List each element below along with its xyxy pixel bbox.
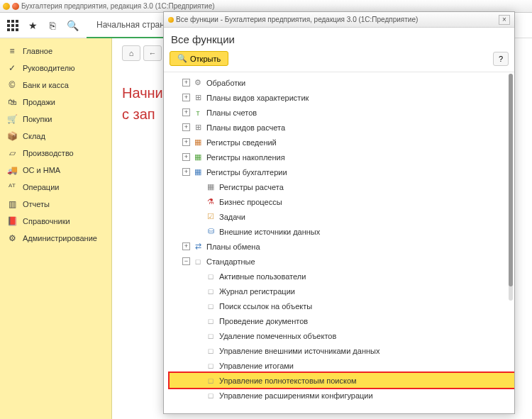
scrollbar[interactable] — [509, 74, 513, 301]
tree-expander[interactable]: + — [182, 242, 190, 250]
app-title: Бухгалтерия предприятия, редакция 3.0 (1… — [21, 2, 215, 10]
tree-item-label: Управление полнотекстовым поиском — [219, 376, 357, 385]
tree-row[interactable]: +⚙Обработки — [170, 75, 514, 90]
open-label: Открыть — [190, 55, 221, 63]
tree-item-icon: т — [193, 108, 203, 118]
tree-row[interactable]: +▦Регистры сведений — [170, 135, 514, 150]
tree-item-icon: ⚙ — [193, 78, 203, 88]
tree-item-label: Управление расширениями конфигурации — [219, 391, 373, 400]
sidebar-item-2[interactable]: ©Банк и касса — [0, 77, 111, 94]
tree-item-label: Задачи — [219, 213, 245, 221]
help-icon: ? — [499, 55, 503, 63]
tree-item-icon: ⛁ — [206, 227, 216, 237]
sidebar-item-1[interactable]: ✓Руководителю — [0, 60, 111, 77]
tree-expander[interactable]: + — [182, 123, 190, 131]
tree-expander[interactable]: + — [182, 108, 190, 116]
apps-grid-button[interactable] — [4, 17, 21, 34]
tree-item-icon: □ — [206, 272, 216, 281]
tree-row[interactable]: −□Стандартные — [170, 254, 514, 269]
sidebar: ≡Главное✓Руководителю©Банк и касса🛍Прода… — [0, 38, 112, 419]
tree-item-label: Внешние источники данных — [219, 228, 320, 236]
book-icon: 📕 — [7, 216, 17, 226]
favorites-button[interactable]: ★ — [24, 17, 41, 34]
sidebar-item-7[interactable]: 🚚ОС и НМА — [0, 162, 111, 179]
tree-expander[interactable]: + — [182, 168, 190, 176]
back-icon: ← — [149, 49, 157, 57]
tree-item-label: Регистры накопления — [206, 153, 285, 162]
tree-row[interactable]: □Управление итогами — [170, 358, 514, 373]
sidebar-item-label: Руководителю — [23, 64, 74, 72]
close-icon: × — [502, 16, 506, 23]
tree-row[interactable]: □Поиск ссылок на объекты — [170, 298, 514, 313]
tree-item-label: Регистры сведений — [206, 138, 277, 147]
tree-item-icon: □ — [206, 376, 216, 386]
tree-row[interactable]: ☑Задачи — [170, 209, 514, 224]
tree-row[interactable]: +▦Регистры бухгалтерии — [170, 164, 514, 179]
open-button[interactable]: 🔍 Открыть — [170, 51, 228, 66]
sidebar-item-9[interactable]: ▥Отчеты — [0, 196, 111, 213]
sidebar-item-label: Банк и касса — [23, 81, 69, 89]
gear-icon: ⚙ — [7, 233, 17, 243]
tree-row[interactable]: □Удаление помеченных объектов — [170, 328, 514, 343]
tree-item-icon: □ — [206, 286, 216, 296]
tree-item-label: Удаление помеченных объектов — [219, 332, 336, 340]
tree-row[interactable]: ⚗Бизнес процессы — [170, 194, 514, 209]
tree-row[interactable]: +⊞Планы видов расчета — [170, 120, 514, 135]
tree-row[interactable]: +тПланы счетов — [170, 105, 514, 120]
sidebar-item-3[interactable]: 🛍Продажи — [0, 94, 111, 111]
home-button[interactable]: ⌂ — [122, 45, 140, 61]
sidebar-item-11[interactable]: ⚙Администрирование — [0, 230, 111, 247]
tree-item-label: Поиск ссылок на объекты — [219, 302, 312, 311]
tree-item-icon: ☑ — [206, 212, 216, 222]
modal-titlebar[interactable]: Все функции - Бухгалтерия предприятия, р… — [164, 12, 514, 28]
tree-item-icon: □ — [206, 346, 216, 356]
tree-row[interactable]: ⛁Внешние источники данных — [170, 224, 514, 239]
tree-row[interactable]: +⇄Планы обмена — [170, 239, 514, 254]
history-button[interactable]: ⎘ — [44, 17, 61, 34]
sidebar-item-label: Главное — [23, 47, 52, 55]
tree-row[interactable]: +▦Регистры накопления — [170, 150, 514, 164]
scrollbar-thumb[interactable] — [509, 74, 513, 286]
sidebar-item-6[interactable]: ▱Производство — [0, 145, 111, 162]
sidebar-item-8[interactable]: ᴬᵀОперации — [0, 179, 111, 196]
app-icon-2 — [12, 3, 19, 10]
sidebar-item-4[interactable]: 🛒Покупки — [0, 111, 111, 128]
tree-item-icon: □ — [206, 316, 216, 326]
tree-row[interactable]: □Активные пользователи — [170, 269, 514, 284]
function-tree[interactable]: +⚙Обработки+⊞Планы видов характеристик+т… — [164, 72, 514, 413]
tree-expander[interactable]: + — [182, 94, 190, 101]
tree-row[interactable]: □Проведение документов — [170, 313, 514, 328]
sidebar-item-label: Справочники — [23, 217, 70, 225]
star-icon: ★ — [28, 20, 38, 31]
help-button[interactable]: ? — [493, 52, 509, 66]
tree-row[interactable]: □Управление полнотекстовым поиском — [170, 373, 514, 388]
close-button[interactable]: × — [499, 15, 510, 25]
tree-item-icon: ▦ — [193, 152, 203, 162]
tree-item-label: Управление итогами — [219, 362, 294, 370]
sidebar-item-10[interactable]: 📕Справочники — [0, 213, 111, 230]
sidebar-item-5[interactable]: 📦Склад — [0, 128, 111, 145]
tree-row[interactable]: □Журнал регистрации — [170, 284, 514, 298]
back-button[interactable]: ← — [143, 45, 162, 61]
tree-row[interactable]: □Управление расширениями конфигурации — [170, 388, 514, 403]
tree-item-label: Бизнес процессы — [219, 198, 282, 206]
tree-expander[interactable]: + — [182, 153, 190, 161]
tree-item-label: Обработки — [206, 79, 245, 87]
tree-row[interactable]: +⊞Планы видов характеристик — [170, 90, 514, 105]
tree-item-label: Управление внешними источниками данных — [219, 347, 379, 355]
tree-row[interactable]: □Управление внешними источниками данных — [170, 343, 514, 358]
tree-expander[interactable]: + — [182, 138, 190, 146]
tree-item-label: Планы видов характеристик — [206, 94, 309, 102]
tree-expander[interactable]: − — [182, 257, 190, 265]
factory-icon: ▱ — [7, 148, 17, 158]
menu-icon: ≡ — [7, 46, 17, 56]
tree-item-icon: □ — [206, 331, 216, 341]
sidebar-item-0[interactable]: ≡Главное — [0, 43, 111, 60]
tree-item-icon: ⚗ — [206, 197, 216, 207]
app-icon — [3, 3, 10, 10]
sidebar-item-label: Администрирование — [23, 234, 97, 242]
tree-item-icon: ▦ — [206, 182, 216, 192]
tree-row[interactable]: ▦Регистры расчета — [170, 179, 514, 194]
tree-expander[interactable]: + — [182, 79, 190, 86]
search-button[interactable]: 🔍 — [64, 17, 81, 34]
